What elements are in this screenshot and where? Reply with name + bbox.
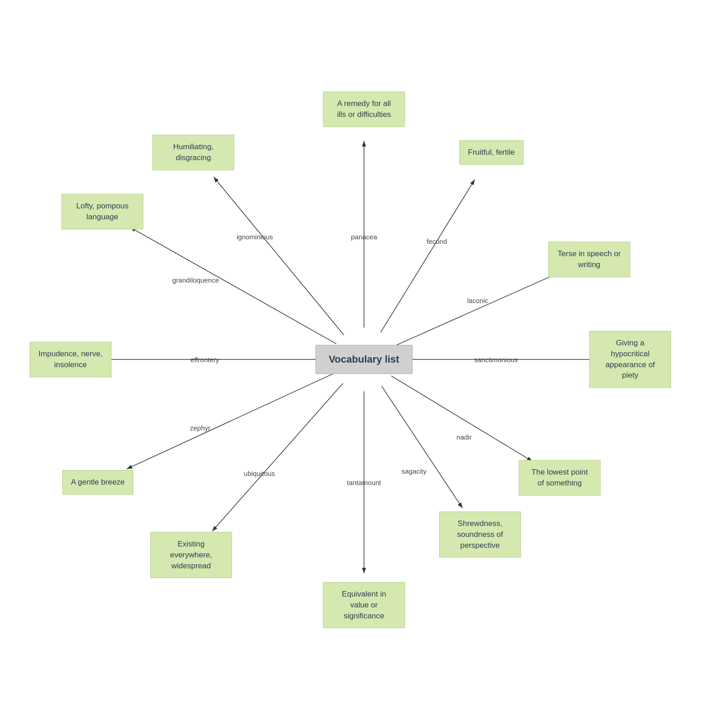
edge-label-ubiquitous: ubiquitous bbox=[244, 470, 275, 477]
center-box: Vocabulary list bbox=[316, 345, 413, 374]
leaf-box-laconic: Terse in speech or writing bbox=[548, 242, 630, 277]
leaf-box-panacea: A remedy for all ills or difficulties bbox=[323, 91, 405, 127]
edge-label-sanctimonious: sanctimonious bbox=[474, 356, 518, 364]
leaf-box-tantamount: Equivalent in value or significance bbox=[323, 582, 405, 628]
leaf-box-effrontery: Impudence, nerve, insolence bbox=[30, 342, 111, 377]
leaf-box-nadir: The lowest point of something bbox=[519, 460, 601, 495]
edge-label-zephyr: zephyr bbox=[190, 424, 210, 432]
leaf-box-ubiquitous: Existing everywhere, widespread bbox=[150, 532, 232, 578]
svg-line-6 bbox=[212, 383, 343, 531]
leaf-box-zephyr: A gentle breeze bbox=[62, 470, 133, 495]
edge-label-nadir: nadir bbox=[456, 433, 471, 441]
edge-label-laconic: laconic bbox=[467, 297, 489, 304]
leaf-box-sanctimonious: Giving a hypocritical appearance of piet… bbox=[589, 331, 671, 388]
svg-line-9 bbox=[391, 376, 532, 461]
leaf-box-fecund: Fruitful, fertile bbox=[460, 140, 524, 165]
svg-line-12 bbox=[381, 180, 475, 333]
leaf-box-sagacity: Shrewdness, soundness of perspective bbox=[439, 511, 521, 557]
leaf-box-ignominious: Humiliating, disgracing bbox=[152, 135, 234, 170]
svg-line-8 bbox=[382, 386, 463, 508]
edge-label-ignominious: ignominious bbox=[237, 233, 273, 241]
leaf-box-grandiloquence: Lofty, pompous language bbox=[61, 194, 143, 229]
mind-map-canvas: Vocabulary listA remedy for all ills or … bbox=[0, 0, 728, 728]
edge-label-sagacity: sagacity bbox=[401, 467, 426, 475]
svg-line-11 bbox=[393, 272, 560, 346]
edge-label-effrontery: effrontery bbox=[190, 356, 219, 364]
edge-label-fecund: fecund bbox=[426, 238, 447, 245]
svg-line-2 bbox=[214, 177, 344, 335]
edge-label-panacea: panacea bbox=[351, 233, 377, 241]
svg-line-5 bbox=[127, 373, 335, 469]
edge-label-tantamount: tantamount bbox=[347, 479, 381, 486]
edge-label-grandiloquence: grandiloquence bbox=[172, 276, 219, 284]
svg-line-3 bbox=[130, 227, 336, 344]
